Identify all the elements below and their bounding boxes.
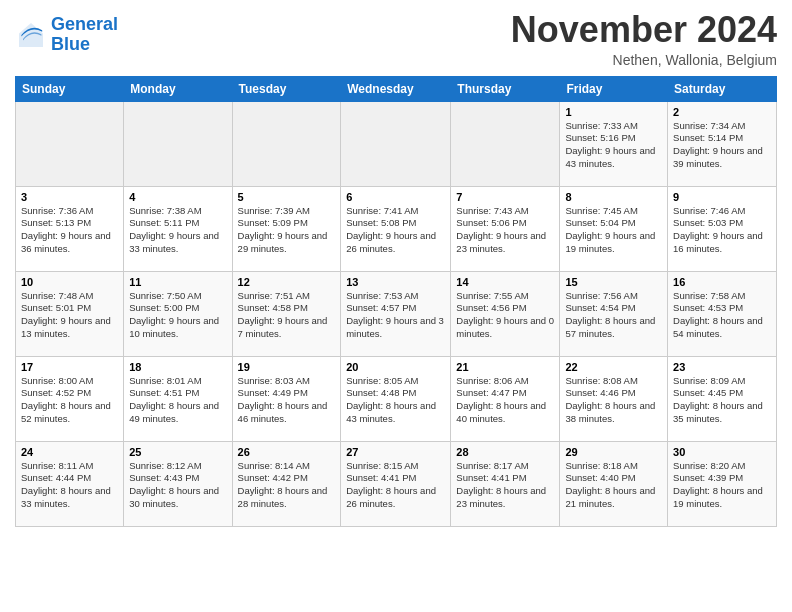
day-info: Sunrise: 8:12 AM Sunset: 4:43 PM Dayligh…: [129, 460, 226, 511]
calendar-cell: [341, 101, 451, 186]
logo-text: General Blue: [51, 15, 118, 55]
calendar-cell: 15Sunrise: 7:56 AM Sunset: 4:54 PM Dayli…: [560, 271, 668, 356]
calendar-cell: [232, 101, 341, 186]
day-info: Sunrise: 7:55 AM Sunset: 4:56 PM Dayligh…: [456, 290, 554, 341]
calendar-cell: 4Sunrise: 7:38 AM Sunset: 5:11 PM Daylig…: [124, 186, 232, 271]
day-number: 18: [129, 361, 226, 373]
calendar-cell: 2Sunrise: 7:34 AM Sunset: 5:14 PM Daylig…: [668, 101, 777, 186]
header-sunday: Sunday: [16, 76, 124, 101]
calendar-cell: 10Sunrise: 7:48 AM Sunset: 5:01 PM Dayli…: [16, 271, 124, 356]
calendar-cell: 9Sunrise: 7:46 AM Sunset: 5:03 PM Daylig…: [668, 186, 777, 271]
day-info: Sunrise: 8:06 AM Sunset: 4:47 PM Dayligh…: [456, 375, 554, 426]
day-number: 8: [565, 191, 662, 203]
day-info: Sunrise: 7:33 AM Sunset: 5:16 PM Dayligh…: [565, 120, 662, 171]
calendar-week-1: 1Sunrise: 7:33 AM Sunset: 5:16 PM Daylig…: [16, 101, 777, 186]
day-number: 10: [21, 276, 118, 288]
day-number: 30: [673, 446, 771, 458]
day-number: 13: [346, 276, 445, 288]
day-info: Sunrise: 8:09 AM Sunset: 4:45 PM Dayligh…: [673, 375, 771, 426]
calendar-cell: 5Sunrise: 7:39 AM Sunset: 5:09 PM Daylig…: [232, 186, 341, 271]
day-number: 6: [346, 191, 445, 203]
calendar-week-2: 3Sunrise: 7:36 AM Sunset: 5:13 PM Daylig…: [16, 186, 777, 271]
calendar-cell: 6Sunrise: 7:41 AM Sunset: 5:08 PM Daylig…: [341, 186, 451, 271]
day-info: Sunrise: 7:56 AM Sunset: 4:54 PM Dayligh…: [565, 290, 662, 341]
day-info: Sunrise: 7:53 AM Sunset: 4:57 PM Dayligh…: [346, 290, 445, 341]
day-info: Sunrise: 8:15 AM Sunset: 4:41 PM Dayligh…: [346, 460, 445, 511]
day-info: Sunrise: 8:11 AM Sunset: 4:44 PM Dayligh…: [21, 460, 118, 511]
calendar-cell: 28Sunrise: 8:17 AM Sunset: 4:41 PM Dayli…: [451, 441, 560, 526]
day-info: Sunrise: 7:39 AM Sunset: 5:09 PM Dayligh…: [238, 205, 336, 256]
day-info: Sunrise: 7:51 AM Sunset: 4:58 PM Dayligh…: [238, 290, 336, 341]
day-info: Sunrise: 7:43 AM Sunset: 5:06 PM Dayligh…: [456, 205, 554, 256]
day-number: 25: [129, 446, 226, 458]
logo: General Blue: [15, 15, 118, 55]
calendar-cell: [124, 101, 232, 186]
header-thursday: Thursday: [451, 76, 560, 101]
header: General Blue November 2024 Nethen, Wallo…: [15, 10, 777, 68]
calendar-week-3: 10Sunrise: 7:48 AM Sunset: 5:01 PM Dayli…: [16, 271, 777, 356]
day-info: Sunrise: 8:17 AM Sunset: 4:41 PM Dayligh…: [456, 460, 554, 511]
calendar-cell: 23Sunrise: 8:09 AM Sunset: 4:45 PM Dayli…: [668, 356, 777, 441]
logo-icon: [15, 19, 47, 51]
calendar: Sunday Monday Tuesday Wednesday Thursday…: [15, 76, 777, 527]
day-info: Sunrise: 8:20 AM Sunset: 4:39 PM Dayligh…: [673, 460, 771, 511]
day-number: 1: [565, 106, 662, 118]
calendar-cell: [16, 101, 124, 186]
calendar-cell: 19Sunrise: 8:03 AM Sunset: 4:49 PM Dayli…: [232, 356, 341, 441]
day-number: 11: [129, 276, 226, 288]
day-number: 2: [673, 106, 771, 118]
header-monday: Monday: [124, 76, 232, 101]
day-number: 3: [21, 191, 118, 203]
header-friday: Friday: [560, 76, 668, 101]
day-number: 20: [346, 361, 445, 373]
day-number: 21: [456, 361, 554, 373]
calendar-cell: 12Sunrise: 7:51 AM Sunset: 4:58 PM Dayli…: [232, 271, 341, 356]
header-tuesday: Tuesday: [232, 76, 341, 101]
day-number: 7: [456, 191, 554, 203]
day-info: Sunrise: 7:34 AM Sunset: 5:14 PM Dayligh…: [673, 120, 771, 171]
calendar-cell: [451, 101, 560, 186]
page: General Blue November 2024 Nethen, Wallo…: [0, 0, 792, 537]
header-saturday: Saturday: [668, 76, 777, 101]
day-number: 22: [565, 361, 662, 373]
day-info: Sunrise: 7:45 AM Sunset: 5:04 PM Dayligh…: [565, 205, 662, 256]
day-info: Sunrise: 8:01 AM Sunset: 4:51 PM Dayligh…: [129, 375, 226, 426]
calendar-cell: 26Sunrise: 8:14 AM Sunset: 4:42 PM Dayli…: [232, 441, 341, 526]
calendar-cell: 18Sunrise: 8:01 AM Sunset: 4:51 PM Dayli…: [124, 356, 232, 441]
day-number: 26: [238, 446, 336, 458]
day-number: 19: [238, 361, 336, 373]
day-number: 29: [565, 446, 662, 458]
day-info: Sunrise: 7:38 AM Sunset: 5:11 PM Dayligh…: [129, 205, 226, 256]
month-title: November 2024: [511, 10, 777, 50]
calendar-cell: 29Sunrise: 8:18 AM Sunset: 4:40 PM Dayli…: [560, 441, 668, 526]
calendar-cell: 21Sunrise: 8:06 AM Sunset: 4:47 PM Dayli…: [451, 356, 560, 441]
day-number: 24: [21, 446, 118, 458]
day-number: 17: [21, 361, 118, 373]
calendar-week-5: 24Sunrise: 8:11 AM Sunset: 4:44 PM Dayli…: [16, 441, 777, 526]
calendar-cell: 17Sunrise: 8:00 AM Sunset: 4:52 PM Dayli…: [16, 356, 124, 441]
calendar-cell: 25Sunrise: 8:12 AM Sunset: 4:43 PM Dayli…: [124, 441, 232, 526]
calendar-cell: 20Sunrise: 8:05 AM Sunset: 4:48 PM Dayli…: [341, 356, 451, 441]
day-number: 28: [456, 446, 554, 458]
day-info: Sunrise: 8:05 AM Sunset: 4:48 PM Dayligh…: [346, 375, 445, 426]
title-block: November 2024 Nethen, Wallonia, Belgium: [511, 10, 777, 68]
day-info: Sunrise: 7:58 AM Sunset: 4:53 PM Dayligh…: [673, 290, 771, 341]
day-info: Sunrise: 7:50 AM Sunset: 5:00 PM Dayligh…: [129, 290, 226, 341]
day-info: Sunrise: 7:36 AM Sunset: 5:13 PM Dayligh…: [21, 205, 118, 256]
calendar-cell: 3Sunrise: 7:36 AM Sunset: 5:13 PM Daylig…: [16, 186, 124, 271]
day-number: 5: [238, 191, 336, 203]
day-number: 23: [673, 361, 771, 373]
calendar-cell: 22Sunrise: 8:08 AM Sunset: 4:46 PM Dayli…: [560, 356, 668, 441]
day-number: 15: [565, 276, 662, 288]
day-number: 12: [238, 276, 336, 288]
calendar-cell: 1Sunrise: 7:33 AM Sunset: 5:16 PM Daylig…: [560, 101, 668, 186]
subtitle: Nethen, Wallonia, Belgium: [511, 52, 777, 68]
day-info: Sunrise: 8:14 AM Sunset: 4:42 PM Dayligh…: [238, 460, 336, 511]
calendar-cell: 11Sunrise: 7:50 AM Sunset: 5:00 PM Dayli…: [124, 271, 232, 356]
calendar-cell: 8Sunrise: 7:45 AM Sunset: 5:04 PM Daylig…: [560, 186, 668, 271]
calendar-cell: 16Sunrise: 7:58 AM Sunset: 4:53 PM Dayli…: [668, 271, 777, 356]
header-wednesday: Wednesday: [341, 76, 451, 101]
day-info: Sunrise: 8:18 AM Sunset: 4:40 PM Dayligh…: [565, 460, 662, 511]
calendar-cell: 27Sunrise: 8:15 AM Sunset: 4:41 PM Dayli…: [341, 441, 451, 526]
day-number: 16: [673, 276, 771, 288]
